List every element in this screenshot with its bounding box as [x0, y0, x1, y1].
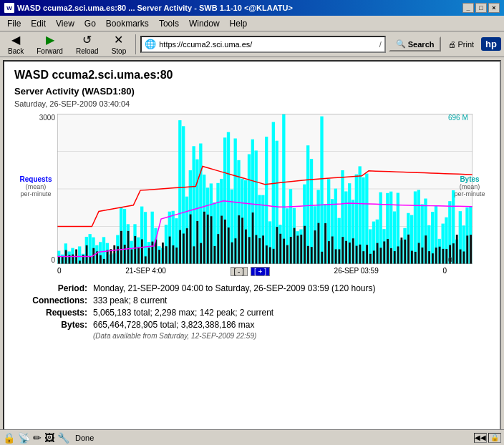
print-label: Print — [457, 40, 474, 49]
x-right-label: 0 — [442, 267, 447, 276]
window-title: WASD ccuma2.sci.uma.es:80 ... Server Act… — [17, 4, 293, 12]
period-value: Monday, 21-SEP-2009 04:00 to Saturday, 2… — [93, 283, 490, 293]
requests-sub2: per-minute — [16, 190, 56, 197]
address-text: https://ccuma2.sci.uma.es/ — [159, 40, 378, 49]
menu-help[interactable]: Help — [226, 17, 252, 30]
requests-row: Requests: 5,065,183 total; 2,298 max; 14… — [14, 308, 490, 318]
maximize-button[interactable]: □ — [475, 3, 487, 13]
page-title: WASD ccuma2.sci.uma.es:80 — [14, 69, 490, 82]
back-button[interactable]: ◀ Back — [3, 31, 29, 57]
data-note: (Data available from Saturday, 12-SEP-20… — [93, 332, 490, 340]
edit-icon[interactable]: ✏ — [33, 432, 42, 444]
stop-label: Stop — [112, 47, 127, 55]
reload-label: Reload — [76, 47, 99, 55]
nav-right-indicator[interactable]: 🔒 — [488, 433, 501, 443]
minimize-button[interactable]: _ — [462, 3, 474, 13]
y-left-top: 3000 — [18, 114, 55, 122]
requests-sub: (mean) — [16, 183, 56, 190]
image-icon[interactable]: 🖼 — [44, 432, 54, 444]
requests-stat-label: Requests: — [14, 308, 93, 318]
x-date-right: 26-SEP 03:59 — [334, 267, 379, 276]
menu-bar: File Edit View Go Bookmarks Tools Window… — [0, 16, 504, 31]
period-label: Period: — [14, 283, 93, 293]
search-label: Search — [408, 40, 435, 49]
address-bar[interactable]: 🌐 https://ccuma2.sci.uma.es/ / — [140, 36, 386, 53]
status-text: Done — [72, 434, 471, 442]
x-left-label: 0 — [57, 267, 62, 276]
zoom-out-button[interactable]: [ - ] — [231, 267, 248, 276]
status-right: ◀◀ 🔒 — [474, 433, 501, 443]
print-button[interactable]: 🖨 Print — [444, 39, 478, 50]
zoom-in-button[interactable]: [ + ] — [251, 267, 270, 276]
status-bar: 🔒 📡 ✏ 🖼 🔧 Done ◀◀ 🔒 — [0, 429, 504, 445]
period-row: Period: Monday, 21-SEP-2009 04:00 to Sat… — [14, 283, 490, 293]
menu-view[interactable]: View — [52, 17, 79, 30]
rss-icon[interactable]: 📡 — [18, 432, 30, 444]
bytes-sub2: per-minute — [448, 190, 491, 197]
window-controls: _ □ × — [462, 3, 500, 13]
stop-icon: ✕ — [114, 33, 123, 47]
y-right-bottom: 0 — [448, 256, 488, 264]
nav-left-indicator[interactable]: ◀◀ — [474, 433, 487, 443]
reload-icon: ↺ — [82, 33, 92, 47]
hp-logo: hp — [481, 37, 501, 51]
y-right-top: 696 M — [448, 114, 488, 122]
stop-button[interactable]: ✕ Stop — [107, 31, 132, 57]
y-left-bottom: 0 — [18, 256, 55, 264]
print-icon: 🖨 — [448, 40, 456, 49]
menu-tools[interactable]: Tools — [155, 17, 183, 30]
menu-file[interactable]: File — [3, 17, 25, 30]
connections-row: Connections: 333 peak; 8 current — [14, 295, 490, 305]
server-activity-chart — [57, 114, 472, 264]
close-button[interactable]: × — [488, 3, 500, 13]
section-title: Server Activity (WASD1:80) — [14, 86, 490, 97]
addon-icon[interactable]: 🔧 — [57, 432, 69, 444]
x-date-left: 21-SEP 4:00 — [125, 267, 166, 276]
search-icon: 🔍 — [396, 39, 406, 49]
title-bar: W WASD ccuma2.sci.uma.es:80 ... Server A… — [0, 0, 504, 16]
menu-edit[interactable]: Edit — [26, 17, 50, 30]
requests-stat-value: 5,065,183 total; 2,298 max; 142 peak; 2 … — [93, 308, 490, 318]
date-line: Saturday, 26-SEP-2009 03:40:04 — [14, 99, 490, 108]
menu-bookmarks[interactable]: Bookmarks — [102, 17, 153, 30]
forward-button[interactable]: ▶ Forward — [32, 31, 68, 57]
bytes-sub: (mean) — [448, 183, 491, 190]
connections-label: Connections: — [14, 295, 93, 305]
stats-table: Period: Monday, 21-SEP-2009 04:00 to Sat… — [14, 283, 490, 340]
requests-label: Requests — [16, 175, 56, 183]
bytes-stat-label: Bytes: — [14, 320, 93, 330]
bytes-label: Bytes — [448, 175, 491, 183]
search-button[interactable]: 🔍 Search — [389, 36, 442, 52]
menu-window[interactable]: Window — [185, 17, 224, 30]
forward-icon: ▶ — [46, 33, 54, 47]
reload-button[interactable]: ↺ Reload — [71, 31, 104, 57]
forward-label: Forward — [37, 47, 63, 55]
bytes-row: Bytes: 665,464,728,905 total; 3,823,388,… — [14, 320, 490, 330]
back-label: Back — [8, 47, 24, 55]
bytes-stat-value: 665,464,728,905 total; 3,823,388,186 max — [93, 320, 490, 330]
toolbar-separator — [135, 34, 136, 54]
content-area: WASD ccuma2.sci.uma.es:80 Server Activit… — [3, 60, 501, 435]
menu-go[interactable]: Go — [80, 17, 100, 30]
back-icon: ◀ — [11, 33, 20, 47]
connections-value: 333 peak; 8 current — [93, 295, 490, 305]
security-icon[interactable]: 🔒 — [3, 432, 15, 444]
app-icon: W — [4, 3, 14, 13]
toolbar: ◀ Back ▶ Forward ↺ Reload ✕ Stop 🌐 https… — [0, 31, 504, 57]
